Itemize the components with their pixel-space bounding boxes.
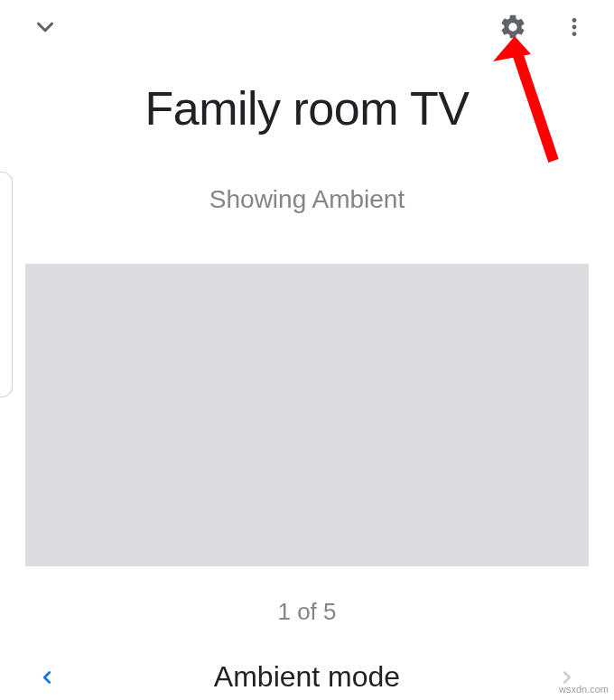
- back-button[interactable]: [27, 9, 63, 45]
- watermark: wsxdn.com: [559, 684, 609, 695]
- page-subtitle: Showing Ambient: [0, 185, 614, 214]
- chevron-down-icon: [32, 14, 59, 41]
- preview-thumbnail[interactable]: [25, 264, 589, 566]
- more-button[interactable]: [556, 9, 592, 45]
- preview-counter: 1 of 5: [0, 598, 614, 626]
- mode-selector: Ambient mode: [0, 660, 614, 694]
- prev-mode-button[interactable]: [33, 663, 61, 692]
- page-title: Family room TV: [0, 81, 614, 135]
- svg-point-0: [572, 18, 577, 23]
- svg-point-1: [572, 25, 577, 30]
- header-bar: [0, 0, 614, 45]
- more-vert-icon: [563, 15, 586, 39]
- settings-button[interactable]: [495, 9, 531, 45]
- svg-point-2: [572, 32, 577, 36]
- chevron-left-icon: [37, 667, 57, 687]
- mode-label: Ambient mode: [61, 660, 553, 694]
- gear-icon: [498, 13, 527, 42]
